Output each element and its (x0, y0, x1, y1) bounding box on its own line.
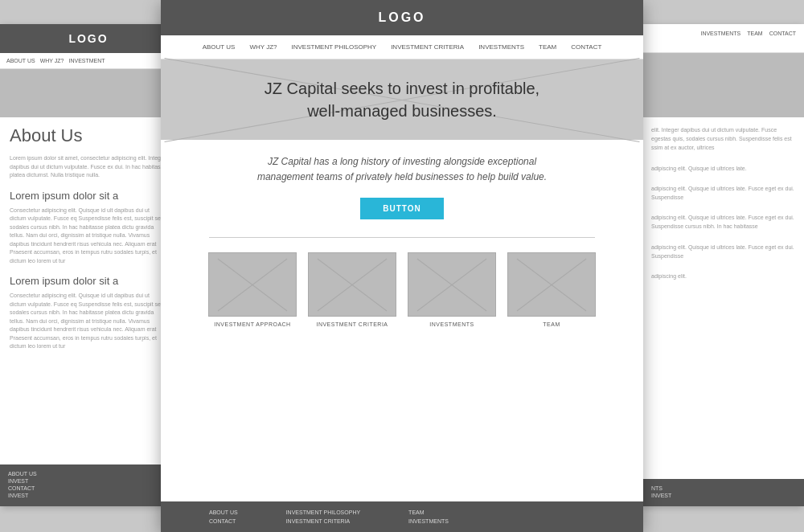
right-content: elit. Integer dapibus dui ut dictum vulp… (643, 117, 804, 300)
main-sub-text: JZ Capital has a long history of investi… (209, 154, 595, 185)
back-body-2: Consectetur adipiscing elit. Quisque id … (10, 207, 167, 266)
right-nav-contact[interactable]: CONTACT (769, 31, 796, 46)
right-nav-investments[interactable]: INVESTMENTS (700, 31, 740, 46)
back-page-title: About Us (10, 125, 167, 146)
back-body-1: Lorem ipsum dolor sit amet, consectetur … (10, 154, 167, 180)
right-hero (643, 53, 804, 117)
nav-team[interactable]: TEAM (539, 43, 556, 51)
card-img-1 (208, 252, 297, 317)
footer-contact[interactable]: CONTACT (209, 518, 238, 524)
right-footer-nts[interactable]: NTS (651, 485, 796, 491)
back-nav-item-3[interactable]: INVESTMENT (68, 58, 105, 63)
card-investments: INVESTMENTS (408, 252, 496, 327)
footer-about-us[interactable]: ABOUT US (209, 509, 238, 515)
back-body-3: Consectetur adipiscing elit. Quisque id … (10, 292, 167, 351)
footer-team[interactable]: TEAM (408, 509, 449, 515)
nav-about-us[interactable]: ABOUT US (203, 43, 236, 51)
cta-button[interactable]: BUTTON (360, 198, 443, 219)
back-hero (0, 69, 177, 117)
nav-investments[interactable]: INVESTMENTS (478, 43, 524, 51)
nav-inv-criteria[interactable]: INVESTMENT CRITERIA (391, 43, 464, 51)
main-hero-text: JZ Capital seeks to invest in profitable… (232, 77, 572, 122)
footer-col-3: TEAM INVESTMENTS (408, 509, 449, 524)
right-page: INVESTMENTS TEAM CONTACT elit. Integer d… (643, 24, 804, 506)
card-label-2: INVESTMENT CRITERIA (316, 321, 388, 327)
back-nav-item-2[interactable]: WHY JZ? (40, 58, 64, 63)
main-hero: JZ Capital seeks to invest in profitable… (161, 59, 643, 140)
right-body-6: adipiscing elit. (651, 272, 796, 280)
main-page: LOGO ABOUT US WHY JZ? INVESTMENT PHILOSO… (161, 0, 643, 532)
right-body-3: adipiscing elit. Quisque id ultrices lat… (651, 184, 796, 202)
back-section-1: Lorem ipsum dolor sit a (10, 190, 167, 202)
right-nav: INVESTMENTS TEAM CONTACT (643, 24, 804, 53)
right-body-5: adipiscing elit. Quisque id ultrices lat… (651, 243, 796, 260)
card-label-4: TEAM (543, 321, 560, 327)
nav-why-jz[interactable]: WHY JZ? (249, 43, 277, 51)
back-nav-item-1[interactable]: ABOUT US (6, 58, 35, 63)
back-footer: ABOUT US INVEST CONTACT INVEST (0, 464, 177, 506)
back-content: About Us Lorem ipsum dolor sit amet, con… (0, 117, 177, 369)
divider (209, 237, 595, 238)
card-team: TEAM (507, 252, 596, 327)
nav-contact[interactable]: CONTACT (571, 43, 601, 51)
footer-investments[interactable]: INVESTMENTS (408, 518, 449, 524)
back-page: LOGO ABOUT US WHY JZ? INVESTMENT About U… (0, 24, 177, 506)
card-investment-approach: INVESTMENT APPROACH (208, 252, 297, 327)
footer-col-2: INVESTMENT PHILOSOPHY INVESTMENT CRITERI… (286, 509, 360, 524)
right-body-2: adipiscing elit. Quisque id ultrices lat… (651, 164, 796, 173)
back-nav: ABOUT US WHY JZ? INVESTMENT (0, 53, 177, 69)
back-logo: LOGO (0, 24, 177, 53)
card-investment-criteria: INVESTMENT CRITERIA (308, 252, 396, 327)
right-footer-invest[interactable]: INVEST (651, 493, 796, 498)
back-footer-link-3[interactable]: CONTACT (8, 485, 169, 491)
card-img-4 (507, 252, 596, 317)
back-footer-link-1[interactable]: ABOUT US (8, 471, 169, 477)
right-body-1: elit. Integer dapibus dui ut dictum vulp… (651, 125, 796, 153)
nav-inv-philosophy[interactable]: INVESTMENT PHILOSOPHY (291, 43, 376, 51)
main-body: JZ Capital has a long history of investi… (161, 140, 643, 342)
cards-row: INVESTMENT APPROACH INVESTMENT CRITERIA … (209, 252, 595, 327)
footer-col-1: ABOUT US CONTACT (209, 509, 238, 524)
footer-inv-criteria[interactable]: INVESTMENT CRITERIA (286, 518, 360, 524)
card-label-1: INVESTMENT APPROACH (214, 321, 290, 327)
right-footer: NTS INVEST (643, 479, 804, 506)
sub-line-2: management teams of privately held busin… (257, 171, 547, 182)
main-nav: ABOUT US WHY JZ? INVESTMENT PHILOSOPHY I… (161, 35, 643, 59)
hero-line-2: well-managed businesses. (307, 102, 497, 120)
back-footer-link-2[interactable]: INVEST (8, 478, 169, 484)
main-top-nav: LOGO (161, 0, 643, 35)
card-img-3 (408, 252, 496, 317)
footer-inv-philosophy[interactable]: INVESTMENT PHILOSOPHY (286, 509, 360, 515)
card-img-2 (308, 252, 396, 317)
right-nav-team[interactable]: TEAM (747, 31, 762, 46)
card-label-3: INVESTMENTS (429, 321, 474, 327)
right-body-4: adipiscing elit. Quisque id ultrices lat… (651, 213, 796, 231)
hero-line-1: JZ Capital seeks to invest in profitable… (265, 80, 539, 97)
sub-line-1: JZ Capital has a long history of investi… (268, 156, 536, 167)
main-footer: ABOUT US CONTACT INVESTMENT PHILOSOPHY I… (161, 501, 643, 532)
back-section-2: Lorem ipsum dolor sit a (10, 275, 167, 287)
main-logo: LOGO (378, 10, 425, 25)
back-footer-link-4[interactable]: INVEST (8, 493, 169, 498)
